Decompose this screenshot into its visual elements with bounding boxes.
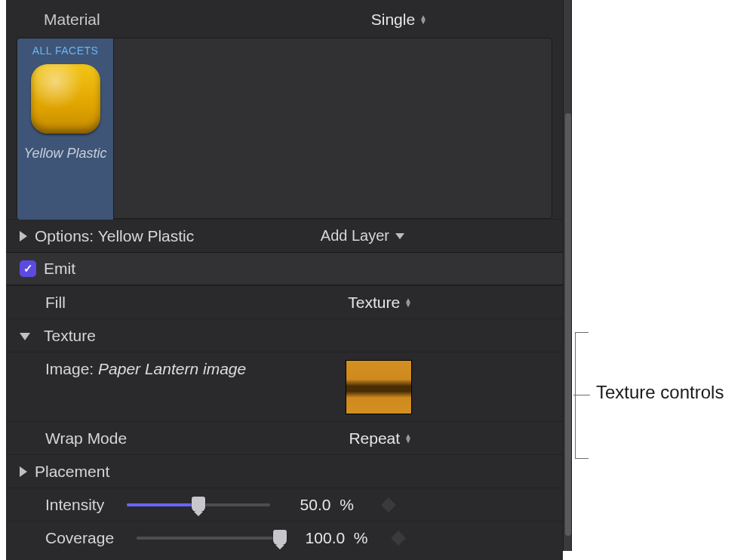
placement-row: Placement (6, 454, 563, 488)
fill-value: Texture (348, 294, 400, 312)
add-layer-label: Add Layer (321, 227, 389, 245)
material-header-row: Material Single ▲▼ (6, 0, 563, 33)
material-mode-value: Single (371, 11, 415, 29)
panel-scrollbar[interactable] (563, 0, 572, 551)
fill-label: Fill (45, 294, 66, 312)
keyframe-icon[interactable] (381, 497, 396, 512)
material-mode-dropdown[interactable]: Single ▲▼ (371, 11, 427, 29)
image-name-value: Paper Lantern image (98, 360, 246, 377)
texture-image-well[interactable] (346, 360, 412, 414)
emit-label: Emit (44, 260, 75, 278)
coverage-slider[interactable] (137, 529, 280, 547)
intensity-row: Intensity 50.0 % (6, 488, 563, 521)
texture-image-label: Image: Paper Lantern image (45, 360, 246, 378)
updown-icon: ▲▼ (404, 434, 412, 443)
callout-bracket-stem (573, 395, 590, 395)
wrap-mode-dropdown[interactable]: Repeat ▲▼ (349, 429, 412, 448)
callout-label: Texture controls (596, 382, 724, 403)
placement-label: Placement (35, 463, 109, 481)
image-label-prefix: Image: (45, 360, 94, 377)
emit-row: ✓ Emit (6, 252, 563, 285)
scroll-thumb[interactable] (565, 113, 571, 536)
wrap-mode-label: Wrap Mode (45, 429, 127, 448)
material-swatch[interactable] (31, 64, 100, 134)
intensity-label: Intensity (45, 496, 104, 514)
updown-icon: ▲▼ (404, 298, 412, 307)
disclosure-open-icon[interactable] (20, 333, 30, 340)
callout-bracket (575, 332, 589, 459)
material-well: ALL FACETS Yellow Plastic (17, 38, 552, 219)
emit-checkbox[interactable]: ✓ (20, 260, 36, 277)
wrap-mode-row: Wrap Mode Repeat ▲▼ (6, 421, 563, 454)
material-swatch-label: Yellow Plastic (23, 146, 106, 162)
inspector-panel: Material Single ▲▼ ALL FACETS Yellow Pla… (6, 0, 563, 560)
texture-section-row: Texture (6, 318, 563, 352)
coverage-value[interactable]: 100.0 % (280, 529, 393, 547)
coverage-label: Coverage (45, 529, 114, 547)
keyframe-icon[interactable] (391, 531, 406, 546)
intensity-value[interactable]: 50.0 % (270, 496, 383, 514)
coverage-row: Coverage 100.0 % (6, 521, 563, 554)
updown-icon: ▲▼ (420, 15, 427, 24)
chevron-down-icon (395, 233, 404, 239)
disclosure-icon[interactable] (20, 466, 27, 477)
facet-header: ALL FACETS (32, 45, 99, 57)
add-layer-button[interactable]: Add Layer (321, 227, 404, 245)
texture-section-label: Texture (44, 327, 96, 345)
material-label: Material (44, 11, 100, 29)
wrap-mode-value: Repeat (349, 429, 400, 448)
texture-image-row: Image: Paper Lantern image (6, 352, 563, 421)
intensity-slider[interactable] (127, 496, 270, 514)
fill-row: Fill Texture ▲▼ (6, 285, 563, 318)
fill-dropdown[interactable]: Texture ▲▼ (348, 294, 412, 312)
disclosure-icon[interactable] (20, 231, 27, 242)
options-label: Options: Yellow Plastic (35, 227, 194, 245)
facet-card[interactable]: ALL FACETS Yellow Plastic (17, 38, 114, 220)
options-row: Options: Yellow Plastic Add Layer (6, 219, 563, 252)
